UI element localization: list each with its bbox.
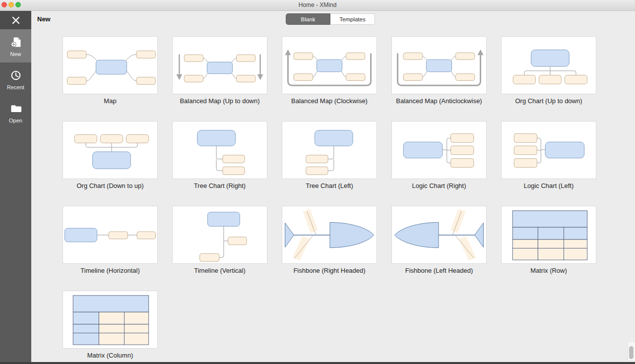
template-label: Balanced Map (Up to down) [172,97,267,105]
template-thumbnail [501,36,596,94]
template-thumbnail [172,121,267,179]
tab-blank[interactable]: Blank [286,13,330,25]
template-thumbnail [282,121,377,179]
matrix-column-graphic [63,291,157,348]
template-label: Balanced Map (Clockwise) [282,97,377,105]
template-card-org-chart-up-to-down[interactable]: Org Chart (Up to down) [501,36,596,106]
template-card-balanced-map-up-to-down[interactable]: Balanced Map (Up to down) [172,36,267,106]
new-document-icon [9,35,23,49]
template-card-fishbone-right-headed[interactable]: Fishbone (Right Headed) [282,206,377,275]
template-card-balanced-map-clockwise[interactable]: Balanced Map (Clockwise) [282,36,377,106]
sidebar-item-recent[interactable]: Recent [0,62,31,96]
template-card-timeline-horizontal[interactable]: Timeline (Horizontal) [63,206,158,275]
window-title: Home - XMind [0,0,635,10]
clock-icon [9,68,23,82]
template-thumbnail [63,121,158,179]
template-label: Timeline (Horizontal) [63,267,158,274]
template-card-logic-chart-left[interactable]: Logic Chart (Left) [501,121,596,190]
fishbone-right-headed-graphic [282,206,377,263]
blank-templates-segmented-control: Blank Templates [286,13,375,25]
titlebar: Home - XMind [0,0,635,11]
template-label: Timeline (Vertical) [172,267,267,274]
template-label: Org Chart (Up to down) [501,97,596,105]
sidebar-item-label: Open [9,118,22,123]
zoom-window-button[interactable] [15,2,21,7]
template-card-fishbone-left-headed[interactable]: Fishbone (Left Headed) [391,206,487,275]
template-thumbnail [63,291,158,349]
sidebar-item-new[interactable]: New [0,29,31,62]
window-bottom-edge [0,362,635,364]
sidebar-item-label: New [10,51,21,57]
template-thumbnail [501,121,596,179]
template-label: Tree Chart (Right) [172,182,267,189]
fishbone-left-headed-graphic [392,206,486,263]
template-card-balanced-map-anticlockwise[interactable]: Balanced Map (Anticlockwise) [391,36,487,106]
page-title: New [37,15,51,23]
balanced-map-anticlockwise-graphic [392,37,486,94]
template-label: Matrix (Column) [63,352,158,359]
template-thumbnail [172,206,267,264]
new-panel: New Blank Templates [31,11,635,362]
template-card-matrix-row[interactable]: Matrix (Row) [501,206,596,275]
org-chart-up-to-down-graphic [502,37,596,94]
template-card-tree-chart-right[interactable]: Tree Chart (Right) [172,121,267,190]
timeline-horizontal-graphic [63,206,157,263]
folder-icon [9,102,23,116]
template-thumbnail [391,206,487,264]
template-card-tree-chart-left[interactable]: Tree Chart (Left) [282,121,377,190]
close-icon [11,15,21,25]
logic-chart-left-graphic [502,121,596,179]
template-thumbnail [391,36,487,94]
template-card-timeline-vertical[interactable]: Timeline (Vertical) [172,206,267,275]
balanced-map-clockwise-graphic [282,37,377,94]
template-thumbnail [391,121,487,179]
minimize-window-button[interactable] [8,2,14,7]
org-chart-down-to-up-graphic [63,121,157,179]
template-card-org-chart-down-to-up[interactable]: Org Chart (Down to up) [63,121,158,190]
template-thumbnail [282,206,377,264]
template-label: Fishbone (Right Headed) [282,267,377,274]
template-label: Fishbone (Left Headed) [391,267,487,274]
template-label: Balanced Map (Anticlockwise) [391,97,487,105]
close-panel-button[interactable] [0,11,31,29]
tree-chart-right-graphic [173,121,267,179]
template-label: Logic Chart (Left) [501,182,596,189]
template-label: Tree Chart (Left) [282,182,377,189]
template-thumbnail [63,206,158,264]
matrix-row-graphic [502,206,596,263]
template-thumbnail [501,206,596,264]
timeline-vertical-graphic [173,206,267,263]
template-card-matrix-column[interactable]: Matrix (Column) [63,291,158,360]
template-label: Map [63,97,158,105]
tree-chart-left-graphic [282,121,377,179]
template-grid: Map [63,36,596,360]
template-thumbnail [282,36,377,94]
sidebar-item-label: Recent [7,84,24,90]
tab-templates[interactable]: Templates [330,13,375,25]
close-window-button[interactable] [1,2,7,7]
traffic-lights [1,2,21,7]
template-card-map[interactable]: Map [63,36,158,106]
template-card-logic-chart-right[interactable]: Logic Chart (Right) [391,121,487,190]
logic-chart-right-graphic [392,121,486,179]
balanced-map-up-to-down-graphic [173,37,267,94]
map-graphic [63,37,157,94]
scrollbar-thumb[interactable] [629,346,634,359]
template-label: Logic Chart (Right) [391,182,487,189]
sidebar-item-open[interactable]: Open [0,96,31,129]
template-label: Matrix (Row) [501,267,596,274]
template-thumbnail [63,36,158,94]
template-thumbnail [172,36,267,94]
template-label: Org Chart (Down to up) [63,182,158,189]
xmind-home-window: Home - XMind New Recent [0,0,635,364]
sidebar: New Recent Open [0,11,31,364]
